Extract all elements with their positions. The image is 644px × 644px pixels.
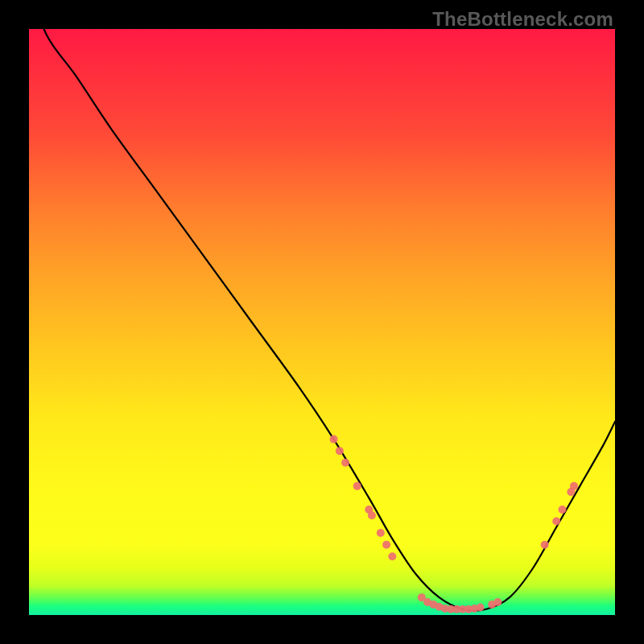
plot-area bbox=[29, 29, 615, 615]
curve-marker bbox=[377, 529, 385, 537]
curve-marker bbox=[552, 518, 560, 526]
curve-marker bbox=[477, 604, 485, 612]
curve-svg bbox=[29, 29, 615, 615]
curve-marker bbox=[558, 506, 566, 514]
curve-marker bbox=[368, 511, 376, 519]
curve-marker bbox=[541, 541, 549, 549]
curve-marker bbox=[382, 541, 390, 549]
curve-markers bbox=[330, 436, 578, 613]
curve-marker bbox=[336, 447, 344, 455]
watermark-text: TheBottleneck.com bbox=[432, 8, 613, 31]
curve-marker bbox=[341, 459, 349, 467]
curve-marker bbox=[493, 598, 502, 606]
curve-marker bbox=[353, 482, 361, 490]
curve-marker bbox=[330, 436, 338, 444]
chart-container: TheBottleneck.com bbox=[0, 0, 644, 644]
bottleneck-curve bbox=[29, 29, 615, 611]
curve-marker bbox=[570, 482, 578, 490]
curve-marker bbox=[388, 552, 396, 560]
